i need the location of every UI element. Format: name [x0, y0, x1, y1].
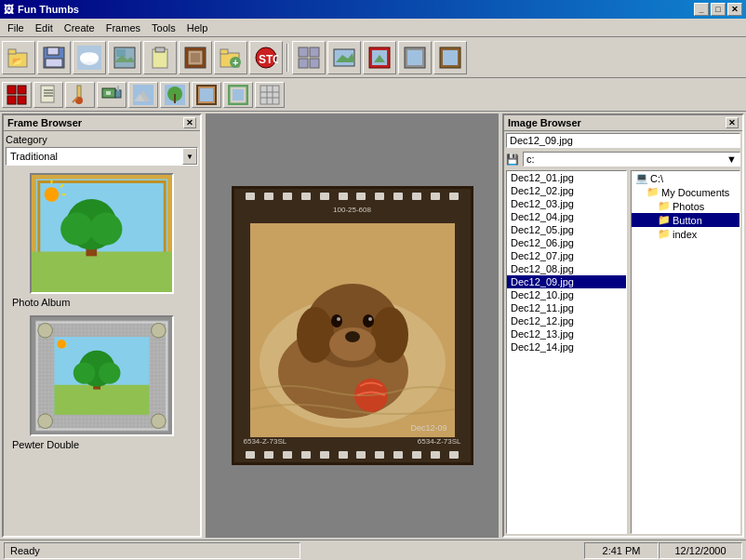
film-hole: [431, 193, 440, 200]
menu-frames[interactable]: Frames: [100, 20, 146, 35]
frame-preview-photo-album: [30, 173, 174, 294]
file-item-13[interactable]: Dec12_13.jpg: [507, 327, 626, 340]
category-dropdown-arrow[interactable]: ▼: [182, 148, 197, 165]
menu-bar: File Edit Create Frames Tools Help: [0, 19, 746, 37]
frame-item-pewter-double[interactable]: Pewter Double: [4, 312, 200, 454]
frame-browser-close[interactable]: ✕: [183, 117, 196, 128]
dir-tree[interactable]: 💻 C:\ 📁 My Documents 📁 Photos 📁 Button 📁: [631, 170, 740, 534]
menu-create[interactable]: Create: [59, 20, 100, 35]
file-item-12[interactable]: Dec12_12.jpg: [507, 314, 626, 327]
film-hole: [264, 451, 273, 459]
clipboard-button[interactable]: [143, 41, 177, 74]
save-button[interactable]: [37, 41, 71, 74]
image-browser-title: Image Browser: [508, 117, 581, 128]
menu-file[interactable]: File: [2, 20, 30, 35]
open-button[interactable]: 📂: [2, 41, 35, 74]
svg-rect-70: [32, 251, 172, 292]
folder-add-button[interactable]: +: [214, 41, 247, 74]
photo-frame: 100-25-608: [229, 184, 475, 468]
main-layout: Frame Browser ✕ Category Traditional ▼: [0, 112, 746, 540]
file-item-5[interactable]: Dec12_05.jpg: [507, 223, 626, 236]
time-display: 2:41 PM: [603, 545, 641, 556]
drive-tree-icon: 💻: [635, 172, 648, 184]
svg-rect-5: [46, 59, 62, 67]
file-item-11[interactable]: Dec12_11.jpg: [507, 301, 626, 314]
stop-button[interactable]: STOP: [249, 41, 283, 74]
frame-item-photo-album[interactable]: Photo Album: [4, 169, 200, 312]
toolbar-separator-1: [286, 44, 288, 72]
dir-photos[interactable]: 📁 Photos: [632, 199, 739, 213]
file-list[interactable]: Dec12_01.jpg Dec12_02.jpg Dec12_03.jpg D…: [506, 170, 627, 534]
date-display: 12/12/2000: [674, 545, 726, 556]
red-frame-button[interactable]: [363, 41, 396, 74]
film-hole: [393, 193, 403, 200]
file-item-9-selected[interactable]: Dec12_09.jpg: [507, 275, 626, 288]
frame-small-button[interactable]: [192, 82, 221, 108]
process-button[interactable]: [97, 82, 127, 108]
dir-c-root[interactable]: 💻 C:\: [632, 171, 739, 185]
menu-help[interactable]: Help: [181, 20, 214, 35]
frame-outline-button[interactable]: [223, 82, 253, 108]
gray-frame-button[interactable]: [398, 41, 432, 74]
canvas-area: 100-25-608: [206, 113, 499, 538]
film-hole: [320, 193, 329, 200]
mountain-button[interactable]: [128, 82, 158, 108]
brown-frame-button[interactable]: [433, 41, 467, 74]
browser-content: Dec12_01.jpg Dec12_02.jpg Dec12_03.jpg D…: [504, 168, 742, 536]
file-item-3[interactable]: Dec12_03.jpg: [507, 197, 626, 210]
file-item-2[interactable]: Dec12_02.jpg: [507, 184, 626, 197]
svg-point-89: [152, 414, 167, 429]
film-text-top: 100-25-608: [333, 206, 371, 214]
clouds-button[interactable]: [73, 41, 106, 74]
dir-photos-label: Photos: [673, 201, 704, 212]
dir-button-selected[interactable]: 📁 Button: [632, 213, 739, 227]
file-item-4[interactable]: Dec12_04.jpg: [507, 210, 626, 223]
image-browser-close[interactable]: ✕: [726, 117, 739, 128]
drive-selector[interactable]: c: ▼: [523, 152, 740, 167]
grid-small-button[interactable]: [255, 82, 285, 108]
grid-view-button[interactable]: [292, 41, 326, 74]
menu-tools[interactable]: Tools: [146, 20, 181, 35]
frame-browser-title: Frame Browser: [7, 117, 82, 128]
status-date: 12/12/2000: [659, 542, 742, 559]
maximize-button[interactable]: □: [711, 3, 726, 16]
frame-label-photo-album: Photo Album: [7, 297, 70, 308]
file-item-6[interactable]: Dec12_06.jpg: [507, 236, 626, 249]
file-item-8[interactable]: Dec12_08.jpg: [507, 262, 626, 275]
svg-rect-62: [260, 86, 279, 104]
svg-rect-4: [47, 47, 59, 55]
landscape-button[interactable]: [327, 41, 361, 74]
film-text-bottom-left: 6534-Z-73SL: [244, 437, 287, 446]
svg-point-107: [363, 314, 374, 327]
doc-button[interactable]: [33, 82, 63, 108]
category-label: Category: [4, 131, 200, 147]
file-item-10[interactable]: Dec12_10.jpg: [507, 288, 626, 301]
leaf-button[interactable]: [160, 82, 190, 108]
file-item-1[interactable]: Dec12_01.jpg: [507, 171, 626, 184]
toolbar-1: 📂: [0, 37, 746, 78]
filmstrip-frame: 100-25-608: [232, 186, 473, 465]
close-button[interactable]: ✕: [727, 3, 742, 16]
menu-edit[interactable]: Edit: [30, 20, 59, 35]
title-bar-left: 🖼 Fun Thumbs: [4, 4, 79, 15]
toggle-button[interactable]: [2, 82, 32, 108]
film-hole: [431, 451, 440, 459]
brush-button[interactable]: [65, 82, 95, 108]
svg-rect-36: [443, 50, 458, 65]
file-item-7[interactable]: Dec12_07.jpg: [507, 249, 626, 262]
film-hole: [246, 451, 255, 459]
svg-rect-26: [299, 59, 308, 68]
minimize-button[interactable]: _: [694, 3, 709, 16]
dir-index-label: index: [673, 229, 697, 240]
film-hole: [356, 193, 366, 200]
folder-icon-button: 📁: [658, 214, 671, 226]
image-button[interactable]: [108, 41, 141, 74]
svg-text:📂: 📂: [12, 56, 23, 67]
svg-text:STOP: STOP: [259, 53, 278, 66]
frame-button[interactable]: [179, 41, 212, 74]
dir-index[interactable]: 📁 index: [632, 227, 739, 241]
film-hole: [283, 451, 292, 459]
file-item-14[interactable]: Dec12_14.jpg: [507, 340, 626, 353]
dir-my-documents[interactable]: 📁 My Documents: [632, 185, 739, 199]
current-filename: Dec12_09.jpg: [506, 133, 740, 148]
